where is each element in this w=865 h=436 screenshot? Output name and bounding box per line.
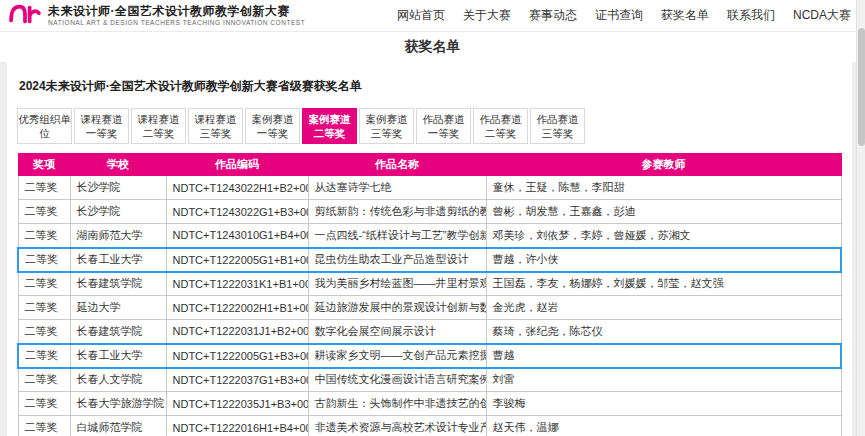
cell-school: 长春工业大学 bbox=[70, 344, 166, 368]
tab-label-line1: 案例赛道 bbox=[309, 112, 351, 126]
tab-2[interactable]: 课程赛道一等奖 bbox=[74, 108, 129, 144]
cell-school: 长春大学旅游学院 bbox=[70, 392, 166, 416]
tab-label-line2: 三等奖 bbox=[371, 126, 403, 140]
cell-code: NDTC+T1222031J1+B2+001 bbox=[166, 320, 308, 344]
cell-teachers: 童休，王疑，陈慧，李阳甜 bbox=[486, 176, 841, 200]
cell-school: 延边大学 bbox=[70, 296, 166, 320]
cell-code: NDTC+T1243022G1+B3+002 bbox=[166, 200, 308, 224]
tab-label-line2: 一等奖 bbox=[86, 126, 118, 140]
column-header: 学校 bbox=[70, 154, 166, 176]
column-header: 作品编码 bbox=[166, 154, 308, 176]
tab-4[interactable]: 课程赛道三等奖 bbox=[188, 108, 243, 144]
tab-10[interactable]: 作品赛道三等奖 bbox=[530, 108, 585, 144]
nav-link-3[interactable]: 赛事动态 bbox=[520, 7, 586, 24]
tab-label-line2: 三等奖 bbox=[200, 126, 232, 140]
cell-teachers: 曹越，许小侠 bbox=[486, 248, 841, 272]
list-subtitle: 2024未来设计师·全国艺术设计教师教学创新大赛省级赛获奖名单 bbox=[19, 78, 842, 95]
tab-9[interactable]: 作品赛道二等奖 bbox=[473, 108, 528, 144]
table-row[interactable]: 二等奖长春建筑学院NDTC+T1222031K1+B1+002我为美丽乡村绘蓝图… bbox=[18, 272, 841, 296]
cell-school: 长沙学院 bbox=[70, 176, 166, 200]
cell-work: 延边旅游发展中的景观设计创新与数字化实践 bbox=[308, 296, 486, 320]
tab-label-line1: 作品赛道 bbox=[537, 112, 579, 126]
nav-link-2[interactable]: 关于大赛 bbox=[454, 7, 520, 24]
tab-label-line1: 课程赛道 bbox=[195, 112, 237, 126]
cell-award: 二等奖 bbox=[18, 224, 70, 248]
cell-code: NDTC+T1243022H1+B2+002 bbox=[166, 176, 308, 200]
cell-work: 我为美丽乡村绘蓝图——井里村景观规划设计 bbox=[308, 272, 486, 296]
cell-teachers: 李骏梅 bbox=[486, 392, 841, 416]
tab-label-line1: 课程赛道 bbox=[81, 112, 123, 126]
cell-teachers: 曾彬，胡发慧，王嘉鑫，彭迪 bbox=[486, 200, 841, 224]
table-row[interactable]: 二等奖长春大学旅游学院NDTC+T1222035J1+B3+001古韵新生：头饰… bbox=[18, 392, 841, 416]
scrollbar-track[interactable] bbox=[856, 0, 865, 436]
top-bar: 未来设计师·全国艺术设计教师教学创新大赛 NATIONAL ART & DESI… bbox=[0, 0, 865, 32]
table-row[interactable]: 二等奖长春人文学院NDTC+T1222037G1+B3+002中国传统文化漫画设… bbox=[18, 368, 841, 392]
logo[interactable]: 未来设计师·全国艺术设计教师教学创新大赛 NATIONAL ART & DESI… bbox=[8, 1, 305, 31]
table-row[interactable]: 二等奖长沙学院NDTC+T1243022G1+B3+002剪纸新韵：传统色彩与非… bbox=[18, 200, 841, 224]
cell-teachers: 赵天伟，温娜 bbox=[486, 416, 841, 436]
column-header: 奖项 bbox=[18, 154, 70, 176]
cell-award: 二等奖 bbox=[18, 416, 70, 436]
nav-link-7[interactable]: NCDA大赛 bbox=[784, 7, 851, 24]
cell-teachers: 王国磊，李友，杨娜婷，刘媛媛，邹莹，赵文强 bbox=[486, 272, 841, 296]
table-row[interactable]: 二等奖长沙学院NDTC+T1243022H1+B2+002从达塞诗学七绝童休，王… bbox=[18, 176, 841, 200]
tab-label-line1: 案例赛道 bbox=[366, 112, 408, 126]
cell-work: 古韵新生：头饰制作中非遗技艺的创新实践 bbox=[308, 392, 486, 416]
cell-code: NDTC+T1222031K1+B1+002 bbox=[166, 272, 308, 296]
table-body: 二等奖长沙学院NDTC+T1243022H1+B2+002从达塞诗学七绝童休，王… bbox=[18, 176, 841, 436]
cell-code: NDTC+T1222005G1+B1+001 bbox=[166, 248, 308, 272]
cell-school: 湖南师范大学 bbox=[70, 224, 166, 248]
awards-panel: 2024未来设计师·全国艺术设计教师教学创新大赛省级赛获奖名单 优秀组织单位课程… bbox=[7, 62, 852, 436]
tab-6[interactable]: 案例赛道二等奖 bbox=[302, 108, 357, 144]
tab-label-line1: 案例赛道 bbox=[252, 112, 294, 126]
cell-work: 中国传统文化漫画设计语言研究案例 bbox=[308, 368, 486, 392]
nav-link-4[interactable]: 证书查询 bbox=[586, 7, 652, 24]
cell-school: 长春建筑学院 bbox=[70, 320, 166, 344]
tab-1[interactable]: 优秀组织单位 bbox=[17, 108, 72, 144]
cell-award: 二等奖 bbox=[18, 248, 70, 272]
top-nav: 网站首页关于大赛赛事动态证书查询获奖名单联系我们NCDA大赛 bbox=[388, 7, 851, 24]
logo-title: 未来设计师·全国艺术设计教师教学创新大赛 bbox=[48, 5, 305, 19]
scrollbar-thumb[interactable] bbox=[858, 28, 865, 146]
cell-code: NDTC+T1222037G1+B3+002 bbox=[166, 368, 308, 392]
table-row[interactable]: 二等奖长春建筑学院NDTC+T1222031J1+B2+001数字化会展空间展示… bbox=[18, 320, 841, 344]
cell-school: 白城师范学院 bbox=[70, 416, 166, 436]
cell-award: 二等奖 bbox=[18, 176, 70, 200]
tab-label-line1: 作品赛道 bbox=[423, 112, 465, 126]
tab-8[interactable]: 作品赛道一等奖 bbox=[416, 108, 471, 144]
table-header-row: 奖项学校作品编码作品名称参赛教师 bbox=[18, 154, 841, 176]
table-row[interactable]: 二等奖长春工业大学NDTC+T1222005G1+B3+005耕读家乡文明——文… bbox=[18, 344, 841, 368]
logo-subtitle: NATIONAL ART & DESIGN TEACHERS TEACHING … bbox=[48, 19, 305, 26]
table-row[interactable]: 二等奖湖南师范大学NDTC+T1243010G1+B4+001一点四线-“纸样设… bbox=[18, 224, 841, 248]
cell-teachers: 蔡琦，张纪尧，陈芯仪 bbox=[486, 320, 841, 344]
cell-award: 二等奖 bbox=[18, 368, 70, 392]
nav-link-6[interactable]: 联系我们 bbox=[718, 7, 784, 24]
tab-label-line1: 优秀组织单位 bbox=[18, 112, 71, 140]
cell-code: NDTC+T1243010G1+B4+001 bbox=[166, 224, 308, 248]
nav-link-1[interactable]: 网站首页 bbox=[388, 7, 454, 24]
tab-label-line1: 课程赛道 bbox=[138, 112, 180, 126]
tab-label-line2: 二等奖 bbox=[143, 126, 175, 140]
page-title: 获奖名单 bbox=[405, 38, 461, 56]
column-header: 参赛教师 bbox=[486, 154, 841, 176]
cell-work: 剪纸新韵：传统色彩与非遗剪纸的教学化创新 bbox=[308, 200, 486, 224]
table-row[interactable]: 二等奖延边大学NDTC+T1222002H1+B1+002延边旅游发展中的景观设… bbox=[18, 296, 841, 320]
tab-label-line2: 一等奖 bbox=[428, 126, 460, 140]
cell-work: 昆虫仿生助农工业产品造型设计 bbox=[308, 248, 486, 272]
tab-label-line2: 三等奖 bbox=[542, 126, 574, 140]
tab-7[interactable]: 案例赛道三等奖 bbox=[359, 108, 414, 144]
tab-5[interactable]: 案例赛道一等奖 bbox=[245, 108, 300, 144]
cell-code: NDTC+T1222035J1+B3+001 bbox=[166, 392, 308, 416]
cell-teachers: 刘雷 bbox=[486, 368, 841, 392]
table-row[interactable]: 二等奖长春工业大学NDTC+T1222005G1+B1+001昆虫仿生助农工业产… bbox=[18, 248, 841, 272]
cell-work: 从达塞诗学七绝 bbox=[308, 176, 486, 200]
cell-teachers: 邓美珍，刘依梦，李婷，曾娅媛，苏湘文 bbox=[486, 224, 841, 248]
tab-label-line2: 一等奖 bbox=[257, 126, 289, 140]
cell-award: 二等奖 bbox=[18, 320, 70, 344]
cell-code: NDTC+T1222002H1+B1+002 bbox=[166, 296, 308, 320]
table-row[interactable]: 二等奖白城师范学院NDTC+T1222016H1+B4+001非遗美术资源与高校… bbox=[18, 416, 841, 436]
nav-link-5[interactable]: 获奖名单 bbox=[652, 7, 718, 24]
title-band: 获奖名单 bbox=[0, 32, 865, 62]
tabs: 优秀组织单位课程赛道一等奖课程赛道二等奖课程赛道三等奖案例赛道一等奖案例赛道二等… bbox=[17, 108, 842, 144]
tab-3[interactable]: 课程赛道二等奖 bbox=[131, 108, 186, 144]
